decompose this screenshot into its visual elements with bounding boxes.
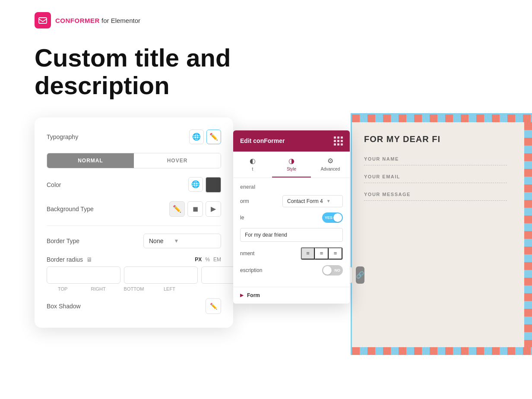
alignment-row: nment ≡ ≡ ≡ (240, 247, 343, 260)
tab-advanced-label: Advanced (321, 167, 340, 171)
radius-labels: TOP RIGHT BOTTOM LEFT (47, 286, 221, 291)
color-row: Color 🌐 (47, 177, 221, 193)
monitor-icon: 🖥 (86, 256, 92, 263)
align-right-btn[interactable]: ≡ (329, 247, 342, 260)
logo-icon (35, 12, 51, 28)
title-field-label: le (240, 215, 244, 221)
color-globe-btn[interactable]: 🌐 (188, 177, 203, 192)
letter-title: FOR MY DEAR FI (364, 134, 507, 144)
border-radius-label-group: Border radius 🖥 (47, 256, 92, 263)
letter-field-name: YOUR NAME (364, 156, 507, 165)
typography-row: Typography 🌐 ✏️ (47, 130, 221, 144)
page-title: Custom title and description (35, 44, 285, 99)
form-field-label: orm (240, 198, 249, 204)
tab-content[interactable]: ◐ t (233, 152, 272, 177)
bg-solid-btn[interactable]: ✏️ (169, 201, 185, 217)
letter-message-line (364, 199, 507, 201)
edit-conformer-panel: Edit conFormer ◐ t ◑ Style ⚙ Advanced (233, 130, 350, 304)
divider-1 (47, 225, 221, 226)
em-unit[interactable]: EM (213, 256, 221, 263)
radius-inputs: 🔗 (47, 266, 221, 284)
typography-label: Typography (47, 133, 78, 140)
unit-group: PX % EM (195, 256, 221, 263)
title-text-input[interactable] (240, 228, 343, 242)
form-select-row: orm Contact Form 4 ▼ (240, 195, 343, 207)
logo-text: CONFORMER for Elementor (55, 17, 140, 24)
description-label: escription (240, 267, 262, 273)
bg-type-group: ✏️ ◼ ▶ (169, 201, 221, 217)
radius-link-btn[interactable]: 🔗 (356, 266, 364, 284)
box-shadow-label: Box Shadow (47, 303, 81, 310)
border-radius-header: Border radius 🖥 PX % EM (47, 256, 221, 263)
panels-area: Typography 🌐 ✏️ NORMAL HOVER Color 🌐 Bac… (0, 113, 532, 364)
letter-field-message: YOUR MESSAGE (364, 192, 507, 201)
border-type-select[interactable]: None ▼ (143, 234, 221, 248)
alignment-group: ≡ ≡ ≡ (301, 247, 343, 260)
tab-style[interactable]: ◑ Style (272, 152, 311, 177)
description-row: escription NO (240, 265, 343, 276)
form-select[interactable]: Contact Form 4 ▼ (282, 195, 343, 207)
bg-video-btn[interactable]: ▶ (206, 201, 221, 217)
tab-content-label: t (252, 167, 253, 171)
header: CONFORMER for Elementor (0, 0, 532, 28)
box-shadow-row: Box Shadow ✏️ (47, 298, 221, 314)
description-toggle[interactable]: NO (322, 265, 343, 276)
edit-panel-header: Edit conFormer (233, 130, 350, 152)
bg-gradient-btn[interactable]: ◼ (187, 201, 203, 217)
color-label: Color (47, 181, 61, 188)
advanced-icon: ⚙ (327, 157, 333, 165)
edit-panel-body: eneral orm Contact Form 4 ▼ le YES (233, 178, 350, 287)
toggle-knob (333, 213, 342, 222)
radius-top[interactable] (47, 266, 120, 284)
align-center-btn[interactable]: ≡ (315, 247, 329, 260)
radius-right[interactable] (124, 266, 198, 284)
border-radius-label: Border radius (47, 256, 83, 263)
edit-panel-title: Edit conFormer (240, 137, 285, 144)
tab-style-label: Style (287, 167, 296, 171)
hover-btn[interactable]: HOVER (134, 153, 221, 168)
letter-stripes-top (352, 114, 532, 122)
letter-field-email: YOUR EMAIL (364, 174, 507, 183)
letter-name-label: YOUR NAME (364, 156, 507, 162)
color-controls: 🌐 (188, 177, 221, 193)
border-type-label: Border Type (47, 238, 79, 244)
tab-advanced[interactable]: ⚙ Advanced (311, 152, 350, 177)
bg-type-label: Background Type (47, 206, 94, 212)
form-expand-label: Form (247, 292, 260, 298)
letter-email-label: YOUR EMAIL (364, 174, 507, 179)
typography-panel: Typography 🌐 ✏️ NORMAL HOVER Color 🌐 Bac… (35, 117, 233, 328)
hero-section: Custom title and description (0, 28, 532, 99)
edit-icon-btn[interactable]: ✏️ (206, 130, 221, 144)
bg-type-row: Background Type ✏️ ◼ ▶ (47, 201, 221, 217)
edit-panel-tabs: ◐ t ◑ Style ⚙ Advanced (233, 152, 350, 178)
letter-stripes-right (524, 122, 532, 347)
title-toggle[interactable]: YES (322, 212, 343, 223)
letter-body: FOR MY DEAR FI YOUR NAME YOUR EMAIL YOUR… (352, 122, 524, 222)
letter-preview: FOR MY DEAR FI YOUR NAME YOUR EMAIL YOUR… (351, 113, 532, 355)
letter-stripes-bottom (352, 347, 532, 355)
px-unit[interactable]: PX (195, 256, 202, 263)
normal-btn[interactable]: NORMAL (47, 153, 134, 168)
color-swatch[interactable] (206, 177, 221, 193)
expand-arrow-icon: ▶ (240, 293, 244, 298)
letter-message-label: YOUR MESSAGE (364, 192, 507, 197)
letter-name-line (364, 163, 507, 165)
alignment-label: nment (240, 250, 254, 256)
globe-icon-btn[interactable]: 🌐 (189, 130, 204, 144)
normal-hover-toggle[interactable]: NORMAL HOVER (47, 153, 221, 168)
typography-icon-group: 🌐 ✏️ (189, 130, 221, 144)
letter-email-line (364, 181, 507, 183)
svg-rect-0 (39, 18, 47, 23)
percent-unit[interactable]: % (205, 256, 210, 263)
content-icon: ◐ (250, 157, 256, 165)
style-icon: ◑ (288, 157, 294, 165)
grid-icon[interactable] (334, 136, 343, 146)
border-type-row: Border Type None ▼ (47, 234, 221, 248)
title-toggle-row: le YES (240, 212, 343, 223)
box-shadow-edit-btn[interactable]: ✏️ (206, 298, 221, 314)
general-section-label: eneral (240, 184, 343, 190)
description-toggle-knob (323, 266, 332, 275)
form-expand-row[interactable]: ▶ Form (233, 287, 350, 304)
align-left-btn[interactable]: ≡ (301, 247, 315, 260)
